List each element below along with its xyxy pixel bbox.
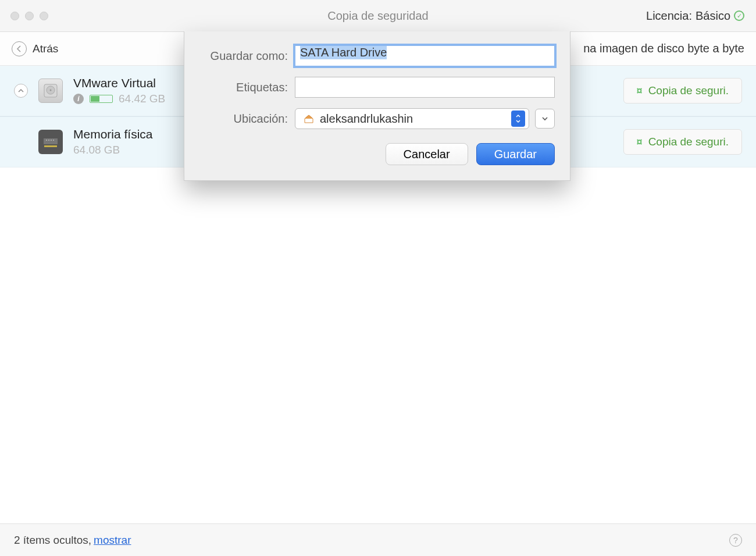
save-button[interactable]: Guardar	[476, 143, 555, 165]
toolbar-right-label: na imagen de disco byte a byte	[583, 42, 744, 55]
save-as-row: Guardar como: SATA Hard Drive	[199, 45, 555, 66]
backup-label: Copia de seguri.	[648, 84, 729, 97]
check-icon: ✓	[734, 10, 744, 21]
lifesaver-icon: ¤	[637, 136, 643, 148]
save-as-value: SATA Hard Drive	[300, 45, 387, 59]
backup-button[interactable]: ¤ Copia de seguri.	[623, 129, 742, 155]
disk-info: VMware Virtual i 64.42 GB	[73, 76, 165, 105]
back-button[interactable]: Atrás	[12, 41, 58, 56]
disk-size: 64.08 GB	[73, 144, 120, 156]
disk-size: 64.42 GB	[119, 92, 165, 105]
window-title: Copia de seguridad	[327, 9, 428, 23]
memory-chip-icon	[38, 130, 63, 154]
svg-rect-3	[44, 138, 58, 144]
collapse-toggle[interactable]	[14, 84, 28, 98]
spacer	[14, 135, 28, 149]
zoom-window-button[interactable]	[40, 12, 48, 20]
close-window-button[interactable]	[10, 12, 19, 20]
license-prefix: Licencia:	[646, 9, 692, 23]
backup-button[interactable]: ¤ Copia de seguri.	[623, 78, 742, 104]
up-down-stepper-icon	[511, 111, 525, 127]
location-value: aleksandrlukashin	[320, 112, 505, 126]
chevron-left-icon	[12, 41, 27, 56]
help-icon[interactable]: ?	[729, 534, 742, 547]
save-as-input[interactable]: SATA Hard Drive	[295, 45, 555, 66]
info-icon[interactable]: i	[73, 94, 84, 104]
disk-title: VMware Virtual	[73, 76, 165, 90]
main-empty-area	[0, 167, 756, 505]
status-bar: 2 ítems ocultos, mostrar ?	[0, 523, 756, 556]
svg-rect-4	[44, 145, 57, 147]
location-select[interactable]: aleksandrlukashin	[295, 108, 529, 129]
license-level: Básico	[696, 9, 730, 23]
hard-drive-icon	[38, 79, 63, 103]
show-hidden-link[interactable]: mostrar	[94, 534, 131, 547]
backup-label: Copia de seguri.	[648, 136, 729, 148]
hidden-items-text: 2 ítems ocultos,	[14, 534, 91, 547]
dialog-buttons: Cancelar Guardar	[199, 143, 555, 165]
back-label: Atrás	[33, 42, 58, 55]
tags-label: Etiquetas:	[199, 81, 295, 94]
disk-subtitle: i 64.42 GB	[73, 92, 165, 105]
titlebar: Copia de seguridad Licencia: Básico ✓	[0, 0, 756, 32]
location-label: Ubicación:	[199, 112, 295, 126]
location-row: Ubicación: aleksandrlukashin	[199, 108, 555, 129]
disk-info: Memoria física 64.08 GB	[73, 127, 153, 156]
license-indicator[interactable]: Licencia: Básico ✓	[646, 9, 756, 23]
traffic-lights	[0, 12, 48, 20]
cancel-button[interactable]: Cancelar	[386, 143, 468, 165]
chevron-down-icon	[541, 116, 548, 121]
svg-point-2	[50, 90, 52, 91]
tags-input[interactable]	[295, 77, 555, 98]
tags-row: Etiquetas:	[199, 77, 555, 98]
expand-location-button[interactable]	[535, 109, 555, 129]
save-as-label: Guardar como:	[199, 49, 295, 63]
disk-subtitle: 64.08 GB	[73, 144, 153, 156]
home-icon	[304, 114, 314, 123]
save-dialog: Guardar como: SATA Hard Drive Etiquetas:…	[184, 31, 570, 181]
lifesaver-icon: ¤	[637, 85, 643, 97]
minimize-window-button[interactable]	[25, 12, 34, 20]
battery-icon	[90, 95, 113, 103]
disk-title: Memoria física	[73, 127, 153, 141]
